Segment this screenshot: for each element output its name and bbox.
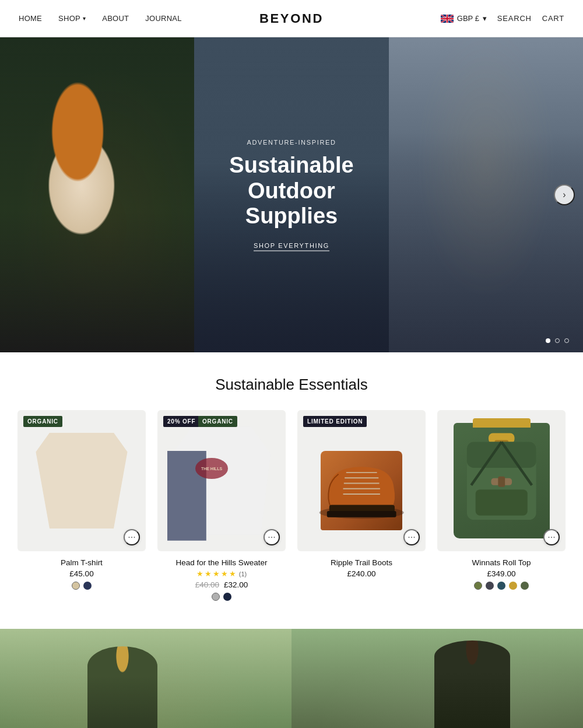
svg-rect-14 — [467, 442, 536, 468]
cart-link[interactable]: CART — [542, 14, 564, 23]
star-4: ★ — [221, 569, 228, 578]
section-title: Sustainable Essentials — [0, 352, 583, 410]
swatch-gray[interactable] — [212, 593, 220, 601]
swatch-navy[interactable] — [83, 582, 92, 590]
hero-panel-left — [0, 37, 194, 352]
brand-logo[interactable]: BEYOND — [259, 11, 324, 26]
search-link[interactable]: SEARCH — [497, 14, 532, 23]
original-price: £40.00 — [195, 580, 219, 589]
product-card-boots: LIMITED EDITION ··· Ripple Trail — [292, 410, 431, 610]
nav-journal[interactable]: JOURNAL — [145, 14, 182, 23]
sweater-image: THE HILLS — [167, 421, 276, 541]
product-badge-organic-2: ORGANIC — [198, 416, 237, 427]
product-badge-organic: ORGANIC — [23, 416, 62, 427]
banner-women[interactable] — [292, 629, 583, 728]
nav-home[interactable]: HOME — [19, 14, 42, 23]
hero-dot-2[interactable] — [555, 338, 560, 343]
swatch-gold[interactable] — [509, 582, 517, 590]
product-swatches-tshirt — [17, 582, 146, 590]
bottom-banners — [0, 629, 583, 728]
product-stars-sweater: ★ ★ ★ ★ ★ (1) — [157, 569, 286, 578]
product-more-button-backpack[interactable]: ··· — [543, 529, 560, 545]
product-name-sweater: Head for the Hills Sweater — [157, 558, 286, 567]
banner-men[interactable] — [0, 629, 292, 728]
swatch-beige[interactable] — [72, 582, 80, 590]
currency-selector[interactable]: GBP £ ▾ — [441, 14, 487, 23]
swatch-charcoal[interactable] — [486, 582, 494, 590]
product-card-backpack: ··· Winnats Roll Top £349.00 — [431, 410, 571, 610]
product-image-palm-tshirt: ORGANIC ··· — [17, 410, 146, 551]
hero-dot-1[interactable] — [546, 338, 550, 343]
nav-shop[interactable]: SHOP ▾ — [58, 14, 86, 23]
hero-panel-center: ADVENTURE-INSPIRED Sustainable Outdoor S… — [194, 37, 388, 352]
product-price-backpack: £349.00 — [437, 569, 566, 578]
star-5: ★ — [229, 569, 236, 578]
nav-right: GBP £ ▾ SEARCH CART — [441, 14, 564, 23]
svg-rect-17 — [498, 477, 505, 487]
hero-cta[interactable]: SHOP EVERYTHING — [254, 243, 329, 251]
hero-subtitle: ADVENTURE-INSPIRED — [210, 139, 373, 146]
currency-chevron-icon: ▾ — [483, 14, 487, 23]
product-more-button-tshirt[interactable]: ··· — [124, 529, 140, 545]
product-price-tshirt: £45.00 — [17, 569, 146, 578]
swatch-teal[interactable] — [497, 582, 505, 590]
product-image-boots: LIMITED EDITION ··· — [297, 410, 426, 551]
product-image-backpack: ··· — [437, 410, 566, 551]
hero-next-button[interactable]: › — [554, 184, 575, 205]
product-price-sweater: £40.00 £32.00 — [157, 580, 286, 589]
uk-flag-icon — [441, 15, 454, 23]
product-name-boots: Ripple Trail Boots — [297, 558, 426, 567]
hero-title: Sustainable Outdoor Supplies — [210, 153, 373, 229]
star-1: ★ — [196, 569, 203, 578]
backpack-image — [454, 423, 550, 538]
swatch-green[interactable] — [521, 582, 529, 590]
svg-rect-15 — [475, 489, 527, 516]
site-header: HOME SHOP ▾ ABOUT JOURNAL BEYOND GBP £ ▾… — [0, 0, 583, 37]
product-card-palm-tshirt: ORGANIC ··· Palm T-shirt £45.00 — [12, 410, 152, 610]
product-more-button-sweater[interactable]: ··· — [264, 529, 280, 545]
swatch-darknavy[interactable] — [223, 593, 231, 601]
hero-dot-3[interactable] — [564, 338, 569, 343]
hero-section: ADVENTURE-INSPIRED Sustainable Outdoor S… — [0, 37, 583, 352]
currency-label: GBP £ — [457, 14, 479, 23]
product-swatches-backpack — [437, 582, 566, 590]
tshirt-image — [27, 421, 136, 541]
product-more-button-boots[interactable]: ··· — [403, 529, 420, 545]
swatch-olive[interactable] — [474, 582, 482, 590]
product-badge-limited: LIMITED EDITION — [303, 416, 367, 427]
hero-text-block: ADVENTURE-INSPIRED Sustainable Outdoor S… — [210, 139, 373, 250]
product-price-boots: £240.00 — [297, 569, 426, 578]
boots-image — [310, 431, 413, 530]
product-image-hills-sweater: 20% OFF ORGANIC THE HILLS ··· — [157, 410, 286, 551]
hero-left-image — [0, 37, 194, 352]
star-3: ★ — [213, 569, 220, 578]
product-name-tshirt: Palm T-shirt — [17, 558, 146, 567]
hero-dots — [546, 338, 569, 343]
product-grid: ORGANIC ··· Palm T-shirt £45.00 20% OFF … — [0, 410, 583, 629]
review-count: (1) — [239, 570, 247, 578]
product-name-backpack: Winnats Roll Top — [437, 558, 566, 567]
product-swatches-sweater — [157, 593, 286, 601]
sale-price: £32.00 — [224, 580, 248, 589]
product-card-hills-sweater: 20% OFF ORGANIC THE HILLS ··· Head for t… — [152, 410, 292, 610]
product-badge-sale: 20% OFF — [163, 416, 199, 427]
star-2: ★ — [205, 569, 212, 578]
nav-left: HOME SHOP ▾ ABOUT JOURNAL — [19, 14, 182, 23]
svg-rect-5 — [327, 511, 396, 517]
nav-about[interactable]: ABOUT — [102, 14, 129, 23]
chevron-down-icon: ▾ — [83, 15, 86, 22]
svg-text:THE HILLS: THE HILLS — [201, 467, 222, 471]
